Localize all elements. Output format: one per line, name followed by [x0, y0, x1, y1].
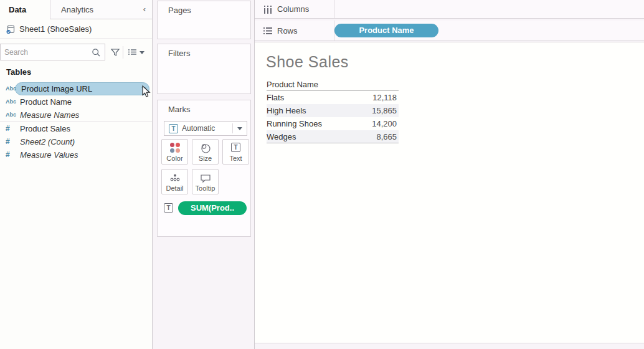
text-icon: T	[223, 143, 249, 152]
color-label: Color	[162, 155, 187, 162]
row-value: 8,665	[376, 130, 397, 143]
detail-label: Detail	[162, 184, 187, 192]
size-button[interactable]: Size	[192, 139, 219, 165]
tooltip-label: Tooltip	[192, 184, 218, 192]
toolbar-separator	[123, 46, 123, 59]
tooltip-button[interactable]: Tooltip	[192, 169, 219, 194]
row-value: 12,118	[372, 91, 397, 104]
field-product-image-url[interactable]: Abc Product Image URL	[0, 82, 152, 95]
view-options-caret-icon[interactable]	[140, 51, 144, 54]
row-value: 14,200	[372, 117, 397, 130]
tab-analytics[interactable]: Analytics	[50, 0, 152, 19]
text-encoding-icon: T	[164, 203, 173, 213]
columns-icon	[263, 6, 272, 14]
dropdown-caret-icon[interactable]	[237, 127, 242, 130]
tables-heading: Tables	[6, 67, 31, 77]
filter-fields-icon[interactable]	[110, 47, 121, 58]
size-icon	[192, 143, 218, 154]
table-row[interactable]: Running Shoes 14,200	[267, 117, 399, 130]
worksheet-view: Shoe Sales Product Name Flats 12,118 Hig…	[255, 42, 644, 343]
field-product-name[interactable]: Abc Product Name	[0, 95, 152, 108]
sidebar-tabs: Data Analytics ‹	[0, 0, 152, 19]
field-product-sales[interactable]: # Product Sales	[0, 122, 152, 135]
database-icon	[6, 24, 16, 34]
table-header: Product Name	[267, 79, 399, 91]
filters-label: Filters	[168, 49, 190, 58]
data-source-row[interactable]: Sheet1 (ShoeSales)	[0, 19, 152, 39]
table-row[interactable]: Wedges 8,665	[267, 130, 399, 143]
field-list: Abc Product Image URL Abc Product Name A…	[0, 82, 152, 161]
detail-button[interactable]: Detail	[161, 169, 188, 194]
dropdown-separator	[232, 123, 233, 133]
shelf-pane: Pages Filters Marks T Automatic Color	[153, 0, 254, 349]
string-type-icon: Abc	[6, 108, 18, 122]
field-label: Measure Names	[20, 108, 79, 122]
tab-data[interactable]: Data	[0, 0, 50, 19]
text-mark-icon: T	[169, 124, 178, 133]
row-value: 15,865	[372, 104, 397, 117]
number-type-icon: #	[6, 135, 18, 148]
pages-shelf[interactable]: Pages	[157, 1, 251, 39]
row-label: Flats	[267, 91, 284, 104]
number-type-icon: #	[6, 122, 18, 135]
field-measure-names[interactable]: Abc Measure Names	[0, 108, 152, 122]
sheet-title: Shoe Sales	[266, 53, 349, 71]
string-type-icon: Abc	[6, 95, 18, 108]
data-pane: Data Analytics ‹ Sheet1 (ShoeSales)	[0, 0, 152, 349]
field-label: Measure Values	[20, 148, 78, 161]
mark-type-dropdown[interactable]: T Automatic	[164, 121, 247, 136]
marks-label: Marks	[168, 105, 190, 114]
rows-label-box: Rows	[255, 21, 334, 41]
mouse-cursor-icon	[142, 85, 151, 98]
field-label: Sheet2 (Count)	[20, 135, 75, 148]
number-type-icon: #	[6, 148, 18, 161]
sum-product-sales-pill[interactable]: SUM(Prod..	[178, 201, 247, 215]
field-sheet2-count[interactable]: # Sheet2 (Count)	[0, 135, 152, 148]
tableau-workspace: Data Analytics ‹ Sheet1 (ShoeSales)	[0, 0, 644, 349]
rows-shelf[interactable]: Rows Product Name	[255, 21, 644, 41]
row-label: Wedges	[267, 130, 296, 143]
text-label: Text	[223, 155, 249, 162]
search-row	[0, 44, 152, 61]
view-data-grid-icon[interactable]	[127, 47, 138, 57]
filters-shelf[interactable]: Filters	[157, 44, 251, 94]
columns-shelf[interactable]: Columns	[255, 0, 644, 19]
data-source-name: Sheet1 (ShoeSales)	[19, 19, 92, 39]
columns-label-box: Columns	[255, 0, 334, 18]
columns-label: Columns	[277, 0, 309, 18]
text-button[interactable]: T Text	[222, 139, 249, 165]
collapse-pane-icon[interactable]: ‹	[143, 0, 146, 19]
rows-icon	[263, 27, 272, 35]
search-icon	[92, 48, 101, 57]
field-label: Product Name	[20, 95, 72, 108]
search-box[interactable]	[0, 44, 105, 60]
worksheet-region: Columns Rows Product Name S	[255, 0, 644, 349]
color-button[interactable]: Color	[161, 139, 188, 165]
string-type-icon: Abc	[6, 82, 18, 95]
marks-card: Marks T Automatic Color	[157, 100, 251, 237]
row-label: Running Shoes	[267, 117, 322, 130]
tooltip-icon	[192, 173, 218, 184]
table-row[interactable]: Flats 12,118	[267, 91, 399, 104]
search-input[interactable]	[4, 47, 88, 58]
text-table: Product Name Flats 12,118 High Heels 15,…	[267, 79, 399, 143]
row-label: High Heels	[267, 104, 306, 117]
product-name-pill[interactable]: Product Name	[334, 24, 438, 37]
mark-type-value: Automatic	[182, 122, 215, 135]
rows-label: Rows	[277, 21, 298, 41]
detail-icon	[162, 173, 187, 184]
field-measure-values[interactable]: # Measure Values	[0, 148, 152, 161]
field-label: Product Image URL	[21, 82, 92, 95]
pages-label: Pages	[168, 6, 191, 15]
size-label: Size	[192, 155, 218, 162]
field-label: Product Sales	[20, 122, 70, 135]
color-icon	[162, 143, 187, 153]
marks-pill-row: T SUM(Prod..	[164, 201, 247, 215]
table-row[interactable]: High Heels 15,865	[267, 104, 399, 117]
